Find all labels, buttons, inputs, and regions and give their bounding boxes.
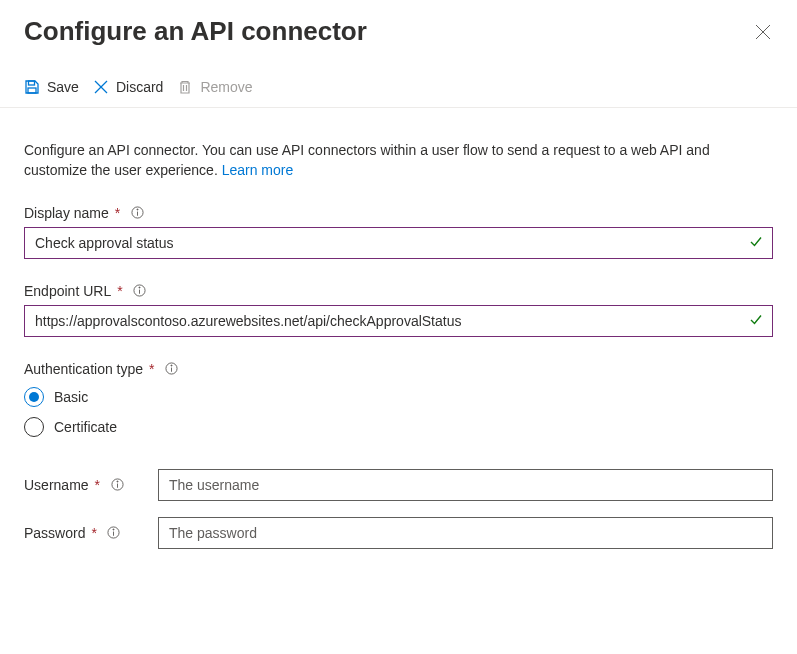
learn-more-link[interactable]: Learn more: [222, 162, 294, 178]
description-text: Configure an API connector. You can use …: [24, 140, 773, 181]
auth-basic-label: Basic: [54, 389, 88, 405]
page-title: Configure an API connector: [24, 16, 367, 47]
auth-type-label: Authentication type: [24, 361, 143, 377]
required-asterisk: *: [95, 477, 100, 493]
save-icon: [24, 79, 40, 95]
save-label: Save: [47, 79, 79, 95]
svg-rect-3: [28, 88, 36, 93]
radio-circle-selected: [24, 387, 44, 407]
discard-button[interactable]: Discard: [93, 79, 163, 95]
svg-point-11: [139, 287, 140, 288]
display-name-input[interactable]: [24, 227, 773, 259]
discard-icon: [93, 79, 109, 95]
endpoint-url-input[interactable]: [24, 305, 773, 337]
username-input[interactable]: [158, 469, 773, 501]
remove-label: Remove: [200, 79, 252, 95]
svg-point-17: [116, 481, 117, 482]
svg-point-20: [113, 529, 114, 530]
endpoint-url-label: Endpoint URL: [24, 283, 111, 299]
password-label: Password: [24, 525, 85, 541]
display-name-label: Display name: [24, 205, 109, 221]
required-asterisk: *: [91, 525, 96, 541]
password-input[interactable]: [158, 517, 773, 549]
trash-icon: [177, 79, 193, 95]
required-asterisk: *: [117, 283, 122, 299]
svg-point-8: [137, 209, 138, 210]
discard-label: Discard: [116, 79, 163, 95]
save-button[interactable]: Save: [24, 79, 79, 95]
radio-circle: [24, 417, 44, 437]
required-asterisk: *: [149, 361, 154, 377]
username-label: Username: [24, 477, 89, 493]
check-icon: [749, 312, 763, 329]
auth-type-basic-radio[interactable]: Basic: [24, 387, 773, 407]
info-icon[interactable]: [133, 284, 147, 298]
info-icon[interactable]: [110, 478, 124, 492]
remove-button: Remove: [177, 79, 252, 95]
svg-rect-2: [29, 81, 35, 85]
required-asterisk: *: [115, 205, 120, 221]
toolbar: Save Discard Remove: [0, 47, 797, 108]
close-icon: [755, 24, 771, 40]
info-icon[interactable]: [165, 362, 179, 376]
info-icon[interactable]: [130, 206, 144, 220]
auth-certificate-label: Certificate: [54, 419, 117, 435]
svg-point-14: [171, 365, 172, 366]
auth-type-certificate-radio[interactable]: Certificate: [24, 417, 773, 437]
info-icon[interactable]: [107, 526, 121, 540]
check-icon: [749, 234, 763, 251]
close-button[interactable]: [753, 22, 773, 42]
